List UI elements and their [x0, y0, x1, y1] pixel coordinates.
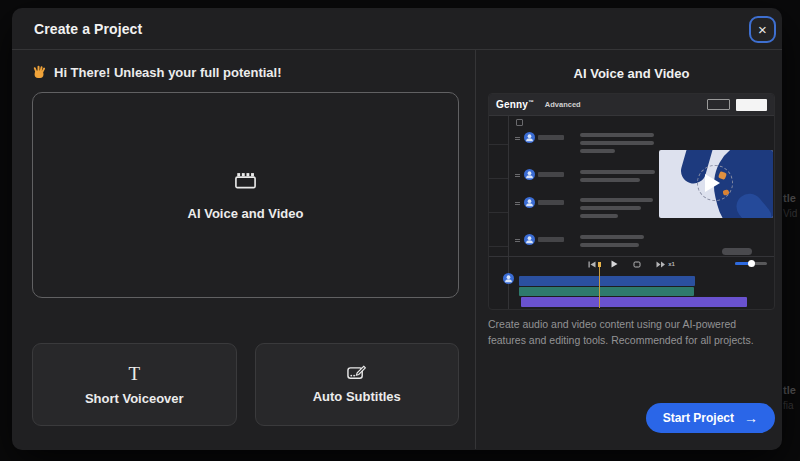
speaker-avatar — [524, 132, 535, 143]
timeline-speaker-avatar — [503, 273, 514, 284]
speaker-name-placeholder — [538, 172, 564, 177]
script-text-placeholder — [580, 198, 653, 218]
skip-back-icon — [588, 261, 596, 268]
backdrop-text-fragment: tle Vid — [783, 190, 797, 222]
script-text-placeholder — [580, 235, 644, 247]
preview-script-row — [515, 197, 653, 218]
preview-script-row — [515, 234, 644, 247]
arrow-right-icon: → — [744, 411, 758, 425]
create-project-modal: Create a Project × Hi There! Unleash you… — [12, 8, 782, 450]
genny-logo: Genny™ — [496, 99, 534, 110]
timeline-playhead — [599, 262, 600, 308]
speaker-name-placeholder — [538, 135, 564, 140]
speaker-avatar — [524, 197, 535, 208]
detail-title: AI Voice and Video — [488, 66, 775, 81]
start-project-label: Start Project — [663, 411, 734, 425]
video-preview-thumbnail — [659, 150, 773, 218]
speed-label: x1 — [668, 261, 675, 267]
preview-script-row — [515, 132, 654, 153]
timeline-track-voice — [519, 276, 695, 286]
backdrop-text: fia — [783, 398, 796, 414]
drag-handle-icon — [515, 173, 520, 178]
speaker-avatar — [524, 234, 535, 245]
genny-app-preview: Genny™ Advanced — [488, 93, 775, 310]
timeline-track-audio — [519, 287, 694, 296]
speaker-avatar — [524, 169, 535, 180]
script-text-placeholder — [580, 170, 655, 182]
skip-forward-icon: x1 — [656, 261, 675, 268]
close-icon: × — [758, 22, 767, 37]
modal-title: Create a Project — [34, 21, 142, 37]
preview-script-row — [515, 169, 655, 182]
script-text-placeholder — [580, 133, 654, 153]
play-icon — [705, 174, 720, 192]
backdrop-text: tle — [783, 190, 797, 206]
card-label: AI Voice and Video — [188, 206, 304, 221]
backdrop-text: tle — [783, 382, 796, 398]
preview-white-button — [736, 99, 767, 111]
preview-outline-button — [707, 99, 730, 110]
drag-handle-icon — [515, 238, 520, 243]
preview-clip-icon — [516, 119, 523, 126]
project-type-panel: Hi There! Unleash your full potential! A… — [12, 50, 475, 449]
subtitle-edit-icon — [347, 365, 366, 381]
speaker-name-placeholder — [538, 237, 564, 242]
preview-body: x1 — [489, 116, 774, 309]
playback-toolbar: x1 — [489, 256, 774, 271]
drag-handle-icon — [515, 136, 520, 141]
play-button-icon — [611, 260, 618, 268]
backdrop-text-fragment: tle fia — [783, 382, 796, 414]
clapperboard-icon — [234, 170, 257, 190]
start-project-button[interactable]: Start Project → — [646, 403, 775, 433]
modal-header: Create a Project × — [12, 8, 782, 50]
loop-icon — [633, 261, 641, 268]
secondary-card-row: T Short Voiceover Auto Subtitles — [32, 343, 459, 426]
greeting: Hi There! Unleash your full potential! — [32, 64, 459, 80]
greeting-text: Hi There! Unleash your full potential! — [54, 65, 282, 80]
card-auto-subtitles[interactable]: Auto Subtitles — [255, 343, 460, 426]
card-short-voiceover[interactable]: T Short Voiceover — [32, 343, 237, 426]
preview-topbar-actions — [707, 99, 767, 111]
wave-hand-icon — [32, 65, 47, 80]
zoom-slider — [735, 262, 767, 265]
drag-handle-icon — [515, 201, 520, 206]
timeline-scrollbar — [722, 248, 752, 255]
card-ai-voice-and-video[interactable]: AI Voice and Video — [32, 92, 459, 298]
timeline-track-video — [521, 297, 747, 307]
project-description: Create audio and video content using our… — [488, 317, 775, 349]
backdrop-text: Vid — [783, 206, 797, 222]
project-detail-panel: AI Voice and Video Genny™ Advanced — [475, 50, 782, 449]
preview-mode-label: Advanced — [545, 100, 581, 109]
card-label: Auto Subtitles — [313, 389, 401, 404]
modal-body: Hi There! Unleash your full potential! A… — [12, 50, 782, 449]
close-button[interactable]: × — [749, 16, 776, 43]
card-label: Short Voiceover — [85, 391, 184, 406]
text-t-icon: T — [128, 364, 140, 383]
preview-topbar: Genny™ Advanced — [489, 94, 774, 116]
speaker-name-placeholder — [538, 200, 564, 205]
